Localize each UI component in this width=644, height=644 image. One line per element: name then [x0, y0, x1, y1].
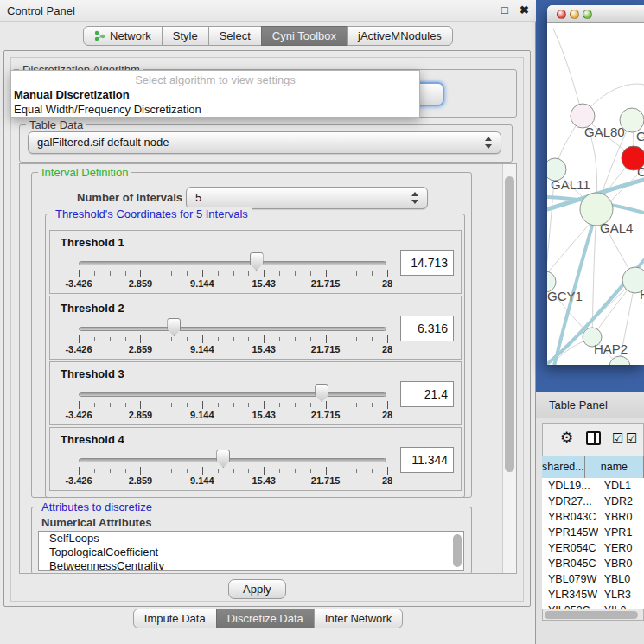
tab-discretize-data[interactable]: Discretize Data	[216, 609, 315, 628]
tab-style[interactable]: Style	[162, 26, 209, 46]
network-canvas[interactable]: GAL80GACGAL11GAL4GCY1HHAP2	[547, 24, 644, 365]
tick-mark	[356, 469, 357, 473]
combo-stepper-icon	[411, 192, 419, 204]
tick-mark	[264, 401, 265, 409]
cell-name: YBL0	[598, 571, 644, 587]
algorithm-option[interactable]: Manual Discretization	[11, 87, 419, 102]
tick-mark	[310, 403, 311, 407]
slider-track[interactable]	[79, 458, 386, 462]
tab-infer-network[interactable]: Infer Network	[314, 609, 403, 628]
slider-thumb[interactable]	[315, 384, 328, 402]
tick-mark	[248, 403, 249, 407]
number-of-intervals-combo[interactable]: 5	[186, 187, 428, 209]
threshold-row: Threshold 4-3.4262.8599.14415.4321.71528	[49, 427, 462, 491]
tick-label: 21.715	[311, 475, 341, 486]
tick-mark	[248, 271, 249, 276]
close-light-icon[interactable]	[557, 10, 566, 19]
attribute-list-item[interactable]: BetweennessCentrality	[39, 559, 463, 571]
tab-network[interactable]: Network	[83, 26, 163, 46]
network-node[interactable]	[609, 356, 630, 365]
threshold-value-input[interactable]	[400, 316, 454, 341]
tick-mark	[279, 337, 280, 341]
threshold-label: Threshold 4	[61, 433, 124, 446]
list-scrollbar-thumb[interactable]	[453, 534, 462, 567]
tick-mark	[264, 270, 265, 277]
float-window-icon[interactable]: □	[501, 3, 508, 16]
slider-track[interactable]	[79, 392, 386, 397]
tick-mark	[233, 469, 234, 473]
tick-mark	[341, 469, 341, 473]
network-edge	[553, 29, 583, 116]
tick-mark	[341, 337, 341, 341]
slider-track[interactable]	[79, 261, 386, 265]
table-row[interactable]: YBR045CYBR0	[542, 556, 644, 571]
tick-mark	[156, 403, 156, 407]
tick-mark	[202, 335, 203, 343]
tab-jactivemnodules[interactable]: jActiveMNodules	[347, 26, 453, 46]
cell-name: YLR3	[598, 587, 644, 603]
table-row[interactable]: YER054CYER0	[542, 540, 644, 556]
threshold-value-input[interactable]	[400, 250, 454, 276]
table-panel-title: Table Panel	[549, 399, 608, 411]
vertical-scrollbar[interactable]	[502, 164, 516, 573]
tick-label: 28	[382, 475, 392, 486]
slider-ticks	[79, 467, 387, 475]
tick-mark	[202, 467, 203, 475]
slider-thumb[interactable]	[250, 252, 264, 271]
horizontal-scrollbar[interactable]	[543, 609, 643, 620]
tick-mark	[110, 469, 111, 473]
tick-mark	[94, 469, 95, 473]
table-row[interactable]: YLR345WYLR3	[542, 587, 644, 603]
tick-mark	[110, 403, 111, 407]
column-header-shared[interactable]: shared...	[542, 456, 585, 479]
checked-box-icon[interactable]: ☑	[612, 430, 623, 446]
attribute-list-item[interactable]: TopologicalCoefficient	[39, 545, 463, 559]
column-header-name[interactable]: name	[585, 456, 644, 479]
apply-button[interactable]: Apply	[228, 579, 286, 599]
cell-name: YBR0	[598, 509, 644, 525]
attribute-list-item[interactable]: SelfLoops	[39, 532, 463, 545]
table-data-combo[interactable]: galFiltered.sif default node	[28, 131, 501, 154]
tick-mark	[125, 469, 126, 473]
gear-icon[interactable]: ⚙	[560, 429, 573, 447]
cell-shared-name: YDL19...	[542, 478, 598, 494]
tick-mark	[140, 401, 141, 409]
table-row[interactable]: YBR043CYBR0	[542, 509, 644, 525]
close-panel-icon[interactable]: ✖	[520, 3, 529, 16]
cell-shared-name: YIL052C	[542, 603, 598, 609]
split-column-icon[interactable]	[586, 431, 601, 445]
tab-select[interactable]: Select	[208, 26, 262, 46]
tick-mark	[387, 467, 388, 475]
scrollbar-thumb[interactable]	[545, 611, 638, 619]
tick-mark	[94, 403, 95, 407]
slider-thumb[interactable]	[216, 450, 230, 468]
zoom-light-icon[interactable]	[583, 10, 592, 19]
tick-mark	[310, 271, 311, 276]
threshold-value-input[interactable]	[400, 381, 454, 407]
table-row[interactable]: YDL19...YDL1	[542, 478, 644, 494]
cell-shared-name: YPR145W	[542, 525, 598, 540]
table-row[interactable]: YBL079WYBL0	[542, 571, 644, 587]
table-row[interactable]: YIL052CYIL0	[542, 603, 644, 609]
minimize-light-icon[interactable]	[570, 10, 579, 19]
slider-track[interactable]	[79, 327, 386, 331]
tab-label: Network	[110, 29, 151, 42]
network-node-label: GA	[636, 129, 644, 143]
tab-cyni-toolbox[interactable]: Cyni Toolbox	[261, 26, 348, 46]
slider-thumb[interactable]	[167, 318, 181, 336]
algorithm-option[interactable]: Equal Width/Frequency Discretization	[11, 102, 419, 117]
tab-label: jActiveMNodules	[358, 29, 442, 42]
checked-box-icon[interactable]: ☑	[626, 430, 637, 446]
cell-shared-name: YDR27...	[542, 494, 598, 509]
scrollbar-thumb[interactable]	[505, 176, 514, 472]
table-row[interactable]: YDR27...YDR2	[542, 494, 644, 509]
tick-mark	[279, 403, 280, 407]
table-row[interactable]: YPR145WYPR1	[542, 525, 644, 540]
tick-mark	[140, 335, 141, 343]
tab-impute-data[interactable]: Impute Data	[133, 609, 217, 628]
tick-mark	[110, 271, 111, 276]
numerical-attributes-list[interactable]: SelfLoopsTopologicalCoefficientBetweenne…	[38, 531, 464, 571]
threshold-value-input[interactable]	[400, 447, 454, 473]
tick-mark	[79, 335, 80, 343]
tick-mark	[187, 403, 188, 407]
